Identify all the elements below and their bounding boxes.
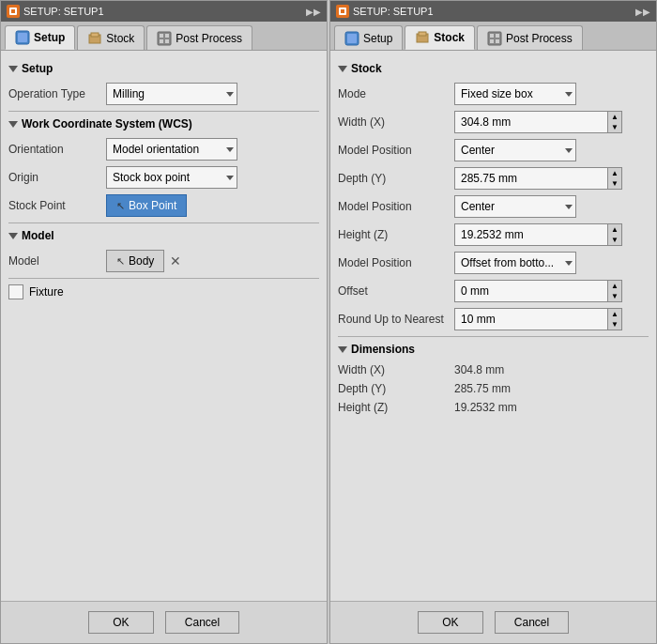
left-title-bar: SETUP: SETUP1 ▶▶: [1, 1, 327, 22]
round-up-input-group: ▲ ▼: [454, 308, 622, 330]
model-section-header: Model: [8, 229, 319, 242]
height-input-group: ▲ ▼: [454, 223, 622, 246]
right-ok-button[interactable]: OK: [418, 611, 483, 634]
depth-spin-up[interactable]: ▲: [608, 168, 621, 178]
right-tabs: Setup Stock Post Process: [330, 22, 656, 51]
round-up-label: Round Up to Nearest: [338, 313, 451, 326]
setup-section-label: Setup: [22, 62, 53, 75]
round-up-row: Round Up to Nearest ▲ ▼: [338, 308, 649, 330]
stock-point-label: Stock Point: [8, 199, 102, 212]
dim-height-value: 19.2532 mm: [454, 401, 517, 414]
model-position-2-row: Model Position Center: [338, 195, 649, 218]
height-spin-up[interactable]: ▲: [608, 224, 621, 235]
offset-spin-down[interactable]: ▼: [608, 291, 621, 301]
stock-section-header: Stock: [338, 62, 649, 75]
operation-type-select[interactable]: Milling: [106, 83, 237, 105]
dim-height-row: Height (Z) 19.2532 mm: [338, 401, 649, 414]
depth-label: Depth (Y): [338, 172, 451, 185]
model-position-1-select[interactable]: Center: [454, 139, 576, 161]
svg-rect-12: [419, 32, 426, 36]
stock-divider: [338, 336, 649, 337]
model-remove-button[interactable]: ✕: [168, 253, 183, 268]
depth-row: Depth (Y) ▲ ▼: [338, 167, 649, 190]
right-tab-setup[interactable]: Setup: [334, 25, 403, 50]
fixture-label: Fixture: [29, 285, 64, 299]
stock-triangle-icon: [338, 66, 347, 72]
left-tab-postprocess[interactable]: Post Process: [146, 25, 252, 50]
stock-section-label: Stock: [351, 62, 382, 75]
model-pos1-select-wrapper: Center: [454, 139, 576, 161]
right-tab-stock-label: Stock: [434, 31, 465, 44]
model-position-2-select[interactable]: Center: [454, 195, 576, 218]
origin-row: Origin Stock box point: [8, 166, 319, 189]
width-input-group: ▲ ▼: [454, 111, 622, 133]
left-expand-icon[interactable]: ▶▶: [306, 7, 321, 17]
offset-spin-up[interactable]: ▲: [608, 281, 621, 291]
model-triangle-icon: [8, 233, 18, 239]
mode-select-wrapper: Fixed size box: [454, 83, 576, 105]
width-spin-down[interactable]: ▼: [608, 122, 621, 132]
left-title-icon: [7, 5, 20, 18]
orientation-label: Orientation: [8, 143, 102, 156]
dimensions-section-header: Dimensions: [338, 343, 649, 356]
depth-spin-buttons: ▲ ▼: [608, 167, 622, 190]
left-tab-setup[interactable]: Setup: [5, 25, 75, 50]
left-tab-stock[interactable]: Stock: [77, 25, 145, 50]
left-title-left: SETUP: SETUP1: [7, 5, 104, 18]
wcs-triangle-icon: [8, 121, 18, 128]
model-position-3-select[interactable]: Offset from botto...: [454, 252, 576, 274]
left-tab-postprocess-label: Post Process: [176, 32, 242, 45]
round-up-spin-up[interactable]: ▲: [608, 309, 621, 319]
dim-width-label: Width (X): [338, 363, 451, 376]
offset-label: Offset: [338, 284, 451, 298]
dimensions-section-label: Dimensions: [351, 343, 415, 356]
orientation-row: Orientation Model orientation: [8, 138, 319, 161]
right-tab-postprocess-label: Post Process: [506, 32, 573, 45]
fixture-checkbox[interactable]: [8, 284, 23, 299]
model-pos3-select-wrapper: Offset from botto...: [454, 252, 576, 274]
right-tab-stock[interactable]: Stock: [405, 25, 475, 50]
round-up-spin-down[interactable]: ▼: [608, 319, 621, 330]
height-spin-down[interactable]: ▼: [608, 235, 621, 245]
setup-tab-icon: [15, 30, 30, 45]
svg-rect-1: [18, 33, 27, 42]
right-expand-icon[interactable]: ▶▶: [635, 7, 650, 17]
model-row: Model Body ✕: [8, 250, 319, 272]
left-ok-button[interactable]: OK: [88, 611, 154, 634]
origin-select-wrapper: Stock box point: [106, 166, 237, 189]
mode-select[interactable]: Fixed size box: [454, 83, 576, 105]
height-input[interactable]: [454, 223, 608, 246]
fixture-row: Fixture: [8, 284, 319, 299]
stock-tab-icon-right: [415, 30, 430, 45]
model-position-2-label: Model Position: [338, 200, 451, 213]
left-title-text: SETUP: SETUP1: [23, 6, 104, 17]
post-process-tab-icon-right: [487, 31, 502, 46]
svg-rect-6: [165, 34, 169, 38]
origin-select[interactable]: Stock box point: [106, 166, 237, 189]
depth-spin-down[interactable]: ▼: [608, 178, 621, 189]
width-input[interactable]: [454, 111, 608, 133]
round-up-spin-buttons: ▲ ▼: [608, 308, 622, 330]
left-cancel-button[interactable]: Cancel: [165, 611, 239, 634]
round-up-input[interactable]: [454, 308, 608, 330]
right-tab-postprocess[interactable]: Post Process: [477, 25, 583, 50]
svg-rect-7: [160, 39, 163, 43]
svg-rect-5: [160, 34, 163, 38]
box-point-button[interactable]: Box Point: [106, 194, 187, 217]
depth-input[interactable]: [454, 167, 608, 190]
svg-rect-8: [165, 39, 169, 43]
dim-depth-value: 285.75 mm: [454, 382, 511, 395]
orientation-select[interactable]: Model orientation: [106, 138, 237, 161]
model-cursor-icon: [116, 254, 125, 268]
offset-input[interactable]: [454, 280, 608, 302]
height-spin-buttons: ▲ ▼: [608, 223, 622, 246]
right-title-left: SETUP: SETUP1: [336, 5, 434, 18]
width-row: Width (X) ▲ ▼: [338, 111, 649, 133]
model-pos2-select-wrapper: Center: [454, 195, 576, 218]
svg-rect-15: [496, 34, 499, 38]
right-footer: OK Cancel: [330, 601, 656, 643]
model-body-button[interactable]: Body: [106, 250, 164, 272]
svg-rect-10: [347, 34, 357, 43]
right-cancel-button[interactable]: Cancel: [495, 611, 569, 634]
width-spin-up[interactable]: ▲: [608, 112, 621, 122]
